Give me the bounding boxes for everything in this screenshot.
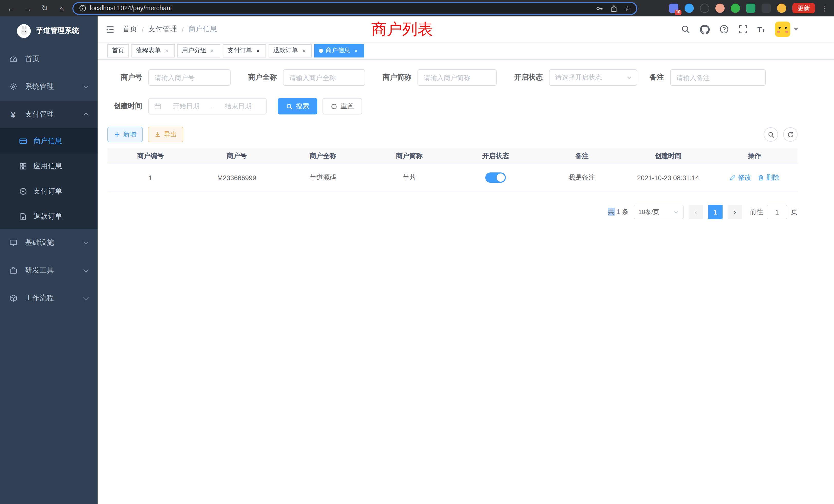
page-size-value: 10条/页 (638, 208, 659, 216)
browser-menu-button[interactable]: ⋮ (821, 4, 828, 12)
export-button[interactable]: 导出 (148, 127, 183, 142)
extension-icon-2[interactable] (684, 4, 694, 13)
sidebar-item-system[interactable]: 系统管理 (0, 73, 97, 100)
font-size-icon[interactable]: TT (757, 25, 765, 33)
page-size-select[interactable]: 10条/页 (634, 205, 683, 219)
sidebar-item-merchant-info[interactable]: 商户信息 (0, 128, 97, 154)
sidebar-item-dev-tools[interactable]: 研发工具 (0, 257, 97, 284)
extension-icon-8[interactable] (777, 4, 786, 13)
tab-process-form[interactable]: 流程表单 × (131, 44, 175, 57)
cell-merchant-no: M233666999 (194, 174, 280, 181)
breadcrumb-item-home[interactable]: 首页 (123, 25, 137, 34)
merchant-table: 商户编号 商户号 商户全称 商户简称 开启状态 备注 创建时间 操作 1 M23… (107, 148, 797, 191)
extensions-area: 10 (669, 4, 786, 13)
tab-merchant-info[interactable]: 商户信息 × (314, 44, 364, 57)
sidebar-item-refund-order[interactable]: 退款订单 (0, 204, 97, 229)
merchant-name-input[interactable] (283, 69, 365, 86)
close-icon[interactable]: × (163, 47, 170, 54)
sidebar-item-infra[interactable]: 基础设施 (0, 229, 97, 257)
search-toggle-button[interactable] (764, 127, 778, 142)
sidebar-item-payment[interactable]: ¥ 支付管理 (0, 100, 97, 128)
key-icon[interactable] (596, 4, 604, 12)
breadcrumb: 首页 / 支付管理 / 商户信息 (123, 25, 217, 34)
plus-icon (114, 131, 120, 138)
pagination-total: 共 1 条 (608, 207, 629, 216)
prev-page-button[interactable]: ‹ (689, 205, 703, 219)
add-button[interactable]: 新增 (107, 127, 143, 142)
col-header: 备注 (539, 152, 625, 161)
delete-link[interactable]: 删除 (758, 173, 780, 182)
status-toggle[interactable] (485, 173, 506, 183)
next-page-button[interactable]: › (728, 205, 742, 219)
fullscreen-icon[interactable] (738, 25, 747, 34)
extension-icon-1[interactable]: 10 (669, 4, 678, 13)
user-avatar[interactable] (775, 22, 798, 37)
remark-input[interactable] (670, 69, 766, 86)
tab-refund-order[interactable]: 退款订单 × (269, 44, 312, 57)
close-icon[interactable]: × (301, 47, 307, 54)
status-label: 开启状态 (508, 73, 543, 82)
chevron-down-icon (84, 295, 89, 300)
merchant-short-name-input[interactable] (418, 69, 497, 86)
hamburger-button[interactable] (97, 24, 123, 34)
download-icon (155, 131, 161, 138)
avatar-caret-icon (794, 28, 798, 33)
sidebar-item-label: 退款订单 (34, 212, 62, 221)
close-icon[interactable]: × (209, 47, 216, 54)
search-button-label: 搜索 (296, 101, 309, 111)
site-info-icon[interactable] (79, 5, 86, 12)
close-icon[interactable]: × (255, 47, 261, 54)
status-select[interactable]: 请选择开启状态 (549, 69, 637, 86)
sidebar-item-pay-order[interactable]: 支付订单 (0, 179, 97, 204)
update-button[interactable]: 更新 (792, 3, 815, 13)
close-icon[interactable]: × (353, 47, 359, 54)
forward-button[interactable]: → (23, 4, 32, 13)
merchant-no-input[interactable] (148, 69, 231, 86)
reset-button[interactable]: 重置 (323, 98, 362, 114)
reset-button-label: 重置 (341, 101, 354, 111)
edit-link[interactable]: 修改 (729, 173, 751, 182)
col-header: 商户全称 (280, 152, 366, 161)
bookmark-star-icon[interactable]: ☆ (625, 4, 631, 12)
search-icon[interactable] (681, 25, 690, 34)
back-button[interactable]: ← (6, 4, 16, 13)
refresh-table-button[interactable] (783, 127, 797, 142)
sidebar-item-workflow[interactable]: 工作流程 (0, 284, 97, 312)
tab-home[interactable]: 首页 (107, 44, 129, 57)
navbar-actions: TT (681, 22, 834, 37)
home-button[interactable]: ⌂ (57, 4, 66, 13)
extension-icon-3[interactable] (700, 4, 709, 13)
tab-label: 商户信息 (326, 46, 350, 55)
help-icon[interactable] (719, 25, 728, 34)
extension-icon-7[interactable] (762, 4, 771, 13)
pagination-total-highlight: 共 (608, 208, 614, 215)
remark-label: 备注 (649, 73, 664, 82)
search-button[interactable]: 搜索 (278, 98, 317, 114)
create-time-range-picker[interactable]: 开始日期 - 结束日期 (148, 98, 266, 114)
extension-icon-6[interactable] (746, 4, 755, 13)
extension-icon-4[interactable] (716, 4, 725, 13)
pagination-total-rest: 1 条 (614, 208, 629, 215)
page-1-button[interactable]: 1 (708, 205, 723, 219)
extension-icon-5[interactable] (731, 4, 740, 13)
yen-icon: ¥ (9, 110, 18, 119)
tab-label: 流程表单 (136, 46, 161, 55)
credit-card-icon (19, 137, 27, 145)
date-range-separator: - (211, 102, 213, 110)
chevron-down-icon (626, 74, 632, 81)
share-icon[interactable] (610, 4, 618, 12)
breadcrumb-item-payment[interactable]: 支付管理 (148, 25, 177, 34)
tab-pay-order[interactable]: 支付订单 × (223, 44, 266, 57)
tab-user-group[interactable]: 用户分组 × (177, 44, 220, 57)
sidebar-item-app-info[interactable]: 应用信息 (0, 154, 97, 179)
document-icon (19, 212, 27, 221)
reload-button[interactable]: ↻ (40, 4, 49, 13)
address-bar[interactable]: localhost:1024/pay/merchant ☆ (72, 2, 637, 15)
sidebar-item-home[interactable]: 首页 (0, 45, 97, 73)
sidebar-item-label: 商户信息 (34, 136, 62, 145)
sidebar-item-label: 支付管理 (25, 110, 54, 119)
goto-page-input[interactable] (767, 205, 787, 219)
github-icon[interactable] (700, 24, 709, 34)
table-row: 1 M233666999 芋道源码 芋艿 我是备注 2021-10-23 08:… (107, 164, 797, 191)
gear-icon (9, 83, 18, 91)
